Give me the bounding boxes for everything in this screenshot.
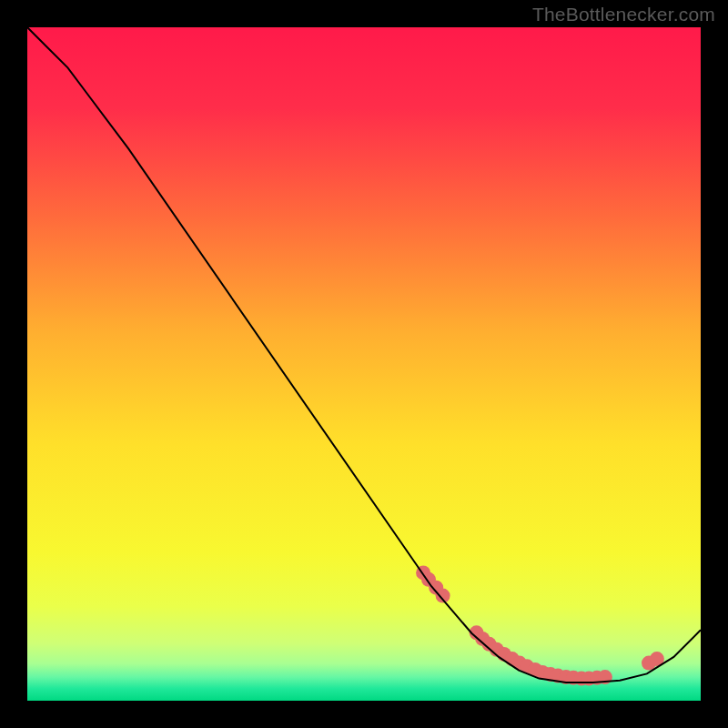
bottleneck-curve xyxy=(27,27,701,682)
chart-stage: TheBottlenecker.com xyxy=(0,0,728,728)
marker-dots xyxy=(416,565,664,685)
watermark-text: TheBottlenecker.com xyxy=(532,4,715,25)
plot-area xyxy=(27,27,701,701)
curve-layer xyxy=(27,27,701,701)
